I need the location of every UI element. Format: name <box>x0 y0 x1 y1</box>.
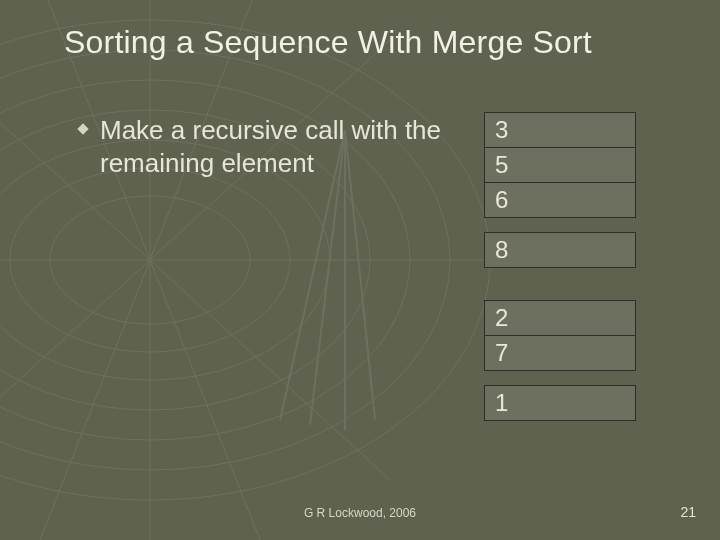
diamond-bullet-icon <box>76 122 90 181</box>
footer-credit: G R Lockwood, 2006 <box>0 506 720 520</box>
table-cell: 2 <box>484 300 636 336</box>
bullet-item: Make a recursive call with the remaining… <box>76 114 456 181</box>
svg-line-9 <box>0 40 390 480</box>
svg-point-0 <box>0 20 490 500</box>
svg-line-10 <box>0 40 390 480</box>
table-cell: 3 <box>484 112 636 148</box>
svg-point-6 <box>50 196 250 324</box>
table-cell: 7 <box>484 335 636 371</box>
table-cell: 1 <box>484 385 636 421</box>
bullet-text: Make a recursive call with the remaining… <box>100 114 456 181</box>
svg-line-12 <box>40 0 260 540</box>
slide-title: Sorting a Sequence With Merge Sort <box>64 24 684 61</box>
sequence-table: 3 5 6 8 2 7 1 <box>484 112 636 421</box>
table-cell: 5 <box>484 147 636 183</box>
svg-rect-17 <box>77 123 88 134</box>
table-cell: 8 <box>484 232 636 268</box>
table-cell: 6 <box>484 182 636 218</box>
svg-line-11 <box>40 0 260 540</box>
svg-point-1 <box>0 50 450 470</box>
page-number: 21 <box>680 504 696 520</box>
svg-point-5 <box>10 168 290 352</box>
